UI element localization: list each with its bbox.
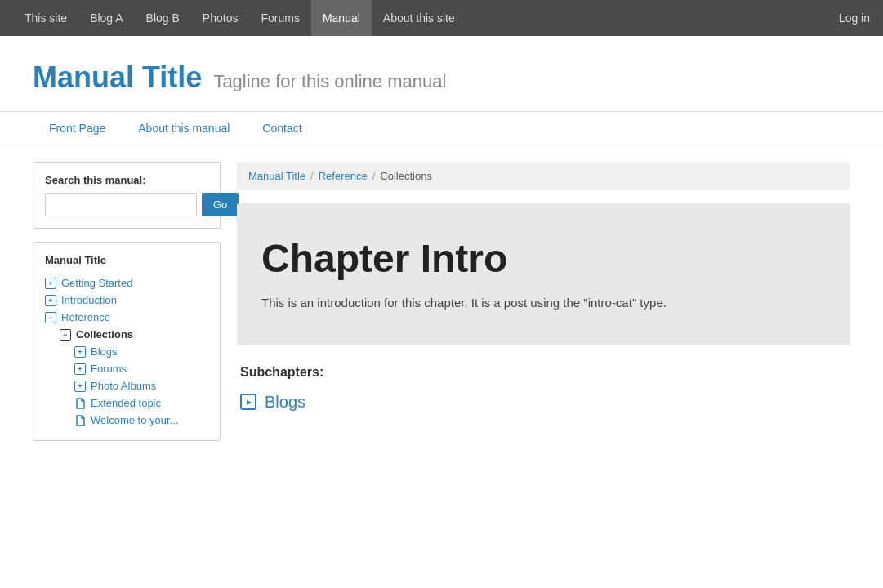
chapter-body: This is an introduction for this chapter… (261, 294, 818, 313)
subchapter-expand-icon (240, 394, 256, 410)
tree-title: Manual Title (45, 254, 208, 266)
breadcrumb-collections: Collections (380, 170, 432, 182)
search-label: Search this manual: (45, 174, 208, 186)
chapter-title: Chapter Intro (261, 236, 818, 281)
doc-icon (74, 398, 86, 409)
login-link[interactable]: Log in (839, 11, 870, 24)
nav-item-thissite[interactable]: This site (13, 0, 78, 36)
tree-item-blogs[interactable]: + Blogs (45, 343, 208, 360)
nav-item-forums[interactable]: Forums (249, 0, 310, 36)
breadcrumb-sep-2: / (372, 170, 376, 182)
expand-icon: + (74, 381, 86, 392)
search-input[interactable] (45, 193, 197, 216)
expand-icon: + (74, 363, 86, 375)
tree-item-extended-topic[interactable]: Extended topic (45, 394, 208, 412)
breadcrumb-manual-title[interactable]: Manual Title (248, 170, 305, 182)
sidebar: Search this manual: Go Manual Title + Ge… (33, 162, 221, 441)
top-navigation: This site Blog A Blog B Photos Forums Ma… (0, 0, 883, 36)
subchapters-section: Subchapters: Blogs (237, 365, 850, 412)
search-box: Search this manual: Go (33, 162, 221, 229)
sec-nav-contact[interactable]: Contact (246, 112, 318, 145)
expand-icon: − (45, 312, 56, 323)
content-area: Manual Title / Reference / Collections C… (237, 162, 850, 412)
sidebar-tree: Manual Title + Getting Started + Introdu… (33, 242, 221, 441)
nav-items: This site Blog A Blog B Photos Forums Ma… (13, 0, 839, 36)
manual-title: Manual Title (33, 60, 202, 95)
expand-icon: + (45, 278, 56, 289)
search-button[interactable]: Go (202, 193, 239, 216)
main-layout: Search this manual: Go Manual Title + Ge… (0, 145, 883, 457)
doc-icon (74, 415, 86, 426)
tree-item-welcome[interactable]: Welcome to your... (45, 412, 208, 429)
sec-nav-frontpage[interactable]: Front Page (33, 112, 122, 145)
tree-item-getting-started[interactable]: + Getting Started (45, 274, 208, 292)
nav-item-manual[interactable]: Manual (311, 0, 372, 36)
subchapter-label: Blogs (265, 393, 305, 412)
secondary-navigation: Front Page About this manual Contact (0, 112, 883, 145)
breadcrumb-sep-1: / (310, 170, 314, 182)
tree-item-forums[interactable]: + Forums (45, 360, 208, 377)
tree-item-collections[interactable]: − Collections (45, 326, 208, 343)
expand-icon: + (45, 295, 56, 306)
chapter-intro-box: Chapter Intro This is an introduction fo… (237, 203, 850, 345)
nav-item-photos[interactable]: Photos (191, 0, 250, 36)
manual-tagline: Tagline for this online manual (213, 71, 446, 92)
subchapters-label: Subchapters: (240, 365, 847, 380)
subchapter-item-blogs[interactable]: Blogs (240, 393, 847, 412)
sec-nav-about[interactable]: About this manual (122, 112, 246, 145)
site-header: Manual Title Tagline for this online man… (0, 36, 883, 112)
tree-item-reference[interactable]: − Reference (45, 309, 208, 326)
expand-icon: − (60, 329, 71, 341)
breadcrumb: Manual Title / Reference / Collections (237, 162, 850, 190)
tree-item-photo-albums[interactable]: + Photo Albums (45, 377, 208, 394)
expand-icon: + (74, 346, 86, 358)
breadcrumb-reference[interactable]: Reference (319, 170, 368, 182)
nav-item-about[interactable]: About this site (372, 0, 466, 36)
nav-item-bloga[interactable]: Blog A (78, 0, 134, 36)
nav-item-blogb[interactable]: Blog B (135, 0, 191, 36)
tree-item-introduction[interactable]: + Introduction (45, 292, 208, 309)
